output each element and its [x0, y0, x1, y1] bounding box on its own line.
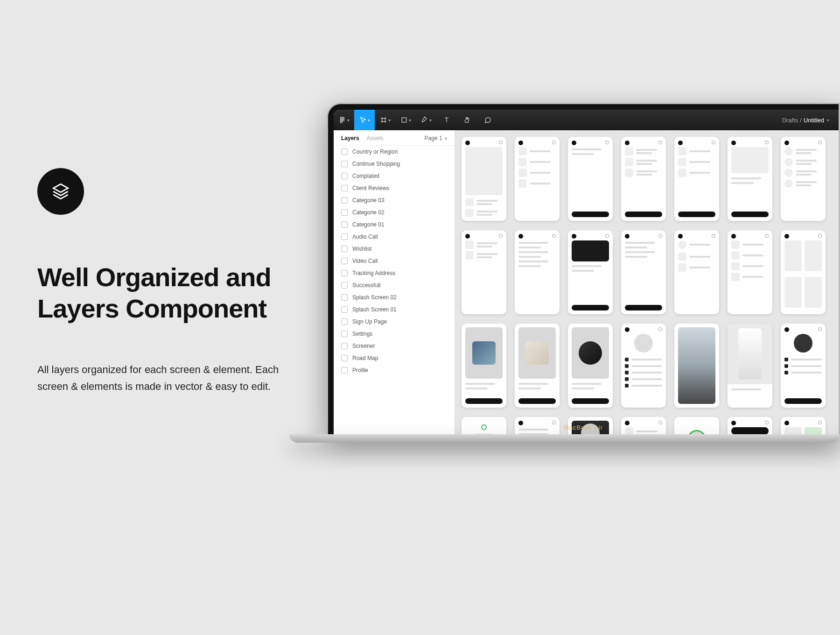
- layer-item[interactable]: Categorie 01: [334, 219, 455, 231]
- layer-label: Country or Region: [352, 148, 398, 155]
- svg-point-5: [342, 119, 344, 121]
- frame-icon: [341, 306, 348, 313]
- artboard-frame[interactable]: [621, 417, 666, 434]
- layer-label: Complated: [352, 173, 379, 179]
- layer-item[interactable]: Wishlist: [334, 243, 455, 255]
- artboard-frame[interactable]: [674, 230, 719, 314]
- frame-icon: [341, 343, 348, 349]
- layer-item[interactable]: Profile: [334, 364, 455, 376]
- layer-item[interactable]: Sign Up Page: [334, 316, 455, 328]
- figma-canvas[interactable]: [455, 130, 839, 434]
- layer-item[interactable]: Audio Call: [334, 231, 455, 243]
- move-tool[interactable]: ▾: [354, 110, 375, 130]
- artboard-frame[interactable]: [515, 417, 560, 434]
- artboard-frame[interactable]: [462, 230, 506, 314]
- layer-item[interactable]: Screener: [334, 340, 455, 352]
- frame-icon: [341, 221, 348, 228]
- pen-tool[interactable]: ▾: [416, 110, 436, 130]
- artboard-frame[interactable]: [462, 137, 506, 221]
- layer-item[interactable]: Settings: [334, 328, 455, 340]
- frame-icon: [341, 270, 348, 276]
- tab-assets[interactable]: Assets: [367, 135, 384, 141]
- artboard-frame[interactable]: [462, 324, 506, 408]
- artboard-frame[interactable]: [568, 324, 613, 408]
- svg-rect-6: [402, 118, 406, 122]
- artboard-frame[interactable]: [781, 137, 826, 221]
- layer-item[interactable]: Complated: [334, 170, 455, 182]
- layer-item[interactable]: Categorie 03: [334, 194, 455, 206]
- artboard-frame[interactable]: [781, 230, 826, 314]
- page-selector[interactable]: Page 1 ▾: [425, 135, 447, 141]
- artboard-frame[interactable]: [621, 230, 666, 314]
- laptop-mockup: ▾ ▾ ▾ ▾ ▾: [327, 103, 840, 458]
- layer-item[interactable]: Video Call: [334, 255, 455, 267]
- layer-label: Settings: [352, 331, 372, 337]
- breadcrumb[interactable]: Drafts / Untitled ▾: [782, 117, 839, 124]
- layers-panel: Layers Assets Page 1 ▾ Country or Region…: [334, 130, 455, 434]
- layer-label: Tracking Address: [352, 270, 395, 276]
- layer-label: Categorie 01: [352, 221, 385, 228]
- layer-label: Profile: [352, 367, 368, 374]
- layer-label: Splash Screen 01: [352, 306, 397, 313]
- layer-item[interactable]: Continue Shopping: [334, 158, 455, 170]
- frame-icon: [341, 367, 348, 374]
- artboard-frame[interactable]: [674, 137, 719, 221]
- artboard-frame[interactable]: [515, 137, 560, 221]
- breadcrumb-current: Untitled: [804, 117, 824, 124]
- layer-item[interactable]: Road Map: [334, 352, 455, 364]
- layer-label: Screener: [352, 343, 375, 349]
- artboard-frame[interactable]: [781, 417, 826, 434]
- figma-toolbar: ▾ ▾ ▾ ▾ ▾: [334, 110, 839, 130]
- frame-icon: [341, 209, 348, 216]
- svg-point-3: [340, 121, 342, 123]
- comment-tool[interactable]: [477, 110, 498, 130]
- layer-label: Wishlist: [352, 246, 371, 252]
- layer-label: Video Call: [352, 258, 378, 264]
- tab-layers[interactable]: Layers: [341, 135, 359, 141]
- device-brand: MacBook Air: [564, 424, 603, 431]
- layer-item[interactable]: Tracking Address: [334, 267, 455, 279]
- artboard-frame[interactable]: [674, 324, 719, 408]
- frame-icon: [341, 185, 348, 191]
- artboard-frame[interactable]: [515, 230, 560, 314]
- layer-label: Categorie 03: [352, 197, 385, 204]
- frame-icon: [341, 233, 348, 240]
- artboard-frame[interactable]: [674, 417, 719, 434]
- layer-item[interactable]: Client Reviews: [334, 182, 455, 194]
- frame-icon: [341, 148, 348, 155]
- layer-item[interactable]: Splash Screen 02: [334, 291, 455, 303]
- frame-icon: [341, 282, 348, 289]
- figma-logo-menu[interactable]: ▾: [334, 110, 354, 130]
- layer-item[interactable]: Successfull: [334, 279, 455, 291]
- text-tool[interactable]: [436, 110, 457, 130]
- artboard-frame[interactable]: [568, 230, 613, 314]
- frame-tool[interactable]: ▾: [375, 110, 395, 130]
- frame-icon: [341, 294, 348, 301]
- artboard-frame[interactable]: [515, 324, 560, 408]
- artboard-frame[interactable]: [781, 324, 826, 408]
- layer-item[interactable]: Country or Region: [334, 146, 455, 158]
- hand-tool[interactable]: [457, 110, 477, 130]
- promo-description: All layers organized for each screen & e…: [37, 361, 289, 394]
- artboard-frame[interactable]: [728, 417, 772, 434]
- layer-label: Audio Call: [352, 233, 378, 240]
- artboard-frame[interactable]: [621, 324, 666, 408]
- promo-title: Well Organized and Layers Component: [37, 261, 289, 324]
- artboard-frame[interactable]: [728, 324, 772, 408]
- layer-label: Splash Screen 02: [352, 294, 397, 301]
- layer-item[interactable]: Splash Screen 01: [334, 303, 455, 316]
- artboard-frame[interactable]: [728, 230, 772, 314]
- artboard-frame[interactable]: [462, 417, 506, 434]
- artboard-frame[interactable]: [568, 137, 613, 221]
- breadcrumb-parent: Drafts: [782, 117, 798, 124]
- shape-tool[interactable]: ▾: [395, 110, 416, 130]
- layer-label: Client Reviews: [352, 185, 389, 191]
- layer-label: Categorie 02: [352, 209, 385, 216]
- layers-list: Country or RegionContinue ShoppingCompla…: [334, 146, 455, 434]
- layer-label: Successfull: [352, 282, 381, 289]
- frame-icon: [341, 246, 348, 252]
- layers-icon: [37, 168, 84, 215]
- layer-item[interactable]: Categorie 02: [334, 206, 455, 219]
- artboard-frame[interactable]: [728, 137, 772, 221]
- artboard-frame[interactable]: [621, 137, 666, 221]
